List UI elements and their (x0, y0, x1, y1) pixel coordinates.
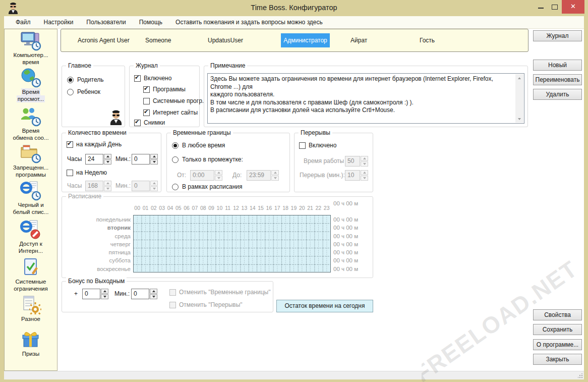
sidebar-item-prizes[interactable]: Призы (6, 330, 56, 357)
menu-settings[interactable]: Настройки (37, 16, 80, 28)
bonus-min-spinner[interactable]: 0 (131, 289, 157, 299)
group-note-title: Примечание (208, 62, 247, 69)
spin-down-icon[interactable] (150, 159, 158, 165)
journal-snapshots-checkbox[interactable] (134, 120, 141, 126)
user-item-selected[interactable]: Администратор (281, 33, 330, 47)
day-min-spinner[interactable]: 0 (132, 154, 158, 165)
spin-down-icon[interactable] (150, 294, 157, 299)
sidebar-item-label: Компьютер... (12, 51, 49, 59)
spin-up-icon[interactable] (150, 289, 157, 294)
sidebar-item-label: Доступ к (18, 240, 43, 247)
day-label-monday: понедельник (65, 215, 131, 224)
day-hours-value[interactable]: 24 (85, 154, 103, 165)
remaining-time-button[interactable]: Остаток времени на сегодня (276, 300, 373, 312)
scroll-up-icon[interactable] (515, 74, 523, 82)
resize-grip[interactable] (578, 373, 583, 378)
save-button[interactable]: Сохранить (533, 324, 582, 335)
child-radio[interactable] (67, 89, 74, 95)
sidebar-item-computer-time[interactable]: Компьютер... время (6, 31, 56, 66)
menu-feedback[interactable]: Оставить пожелания и задать вопросы можн… (169, 16, 329, 28)
user-item[interactable]: Гость (420, 29, 435, 51)
close-button[interactable]: ✕ (562, 0, 584, 14)
sidebar-item-internet-access[interactable]: Доступ к Интерн... (6, 220, 56, 254)
bonus-hours-spinner[interactable]: 0 (82, 289, 108, 299)
delete-button[interactable]: Удалить (533, 89, 582, 100)
sidebar-item-black-white-list[interactable]: Черный и белый спис... (6, 181, 56, 215)
globe-clock-icon (20, 68, 42, 88)
interval-radio[interactable] (172, 156, 179, 163)
user-item[interactable]: Айрат (350, 29, 367, 51)
about-button[interactable]: О программе... (533, 339, 582, 350)
menu-help[interactable]: Помощь (133, 16, 169, 28)
minimize-button[interactable] (534, 0, 548, 14)
breaks-enabled-checkbox[interactable] (299, 142, 306, 149)
menu-file[interactable]: Файл (9, 16, 37, 28)
user-item[interactable]: Acronis Agent User (78, 29, 130, 51)
cancel-limits-label: Отменить "Временные границы" (179, 289, 270, 296)
new-button[interactable]: Новый (533, 60, 582, 71)
spin-up-icon[interactable] (104, 154, 111, 159)
group-note: Примечание Здесь Вы можете задать ограни… (204, 66, 528, 127)
user-item[interactable]: Someone (145, 29, 171, 51)
week-hours-value: 168 (85, 181, 103, 191)
day-hours-label: Часы (67, 155, 82, 163)
sidebar-item-messaging-time[interactable]: Время обмена соо... (6, 106, 56, 141)
gift-icon (20, 330, 42, 350)
journal-programs-checkbox[interactable] (143, 86, 150, 93)
spin-down-icon[interactable] (101, 294, 108, 299)
spin-up-icon[interactable] (150, 154, 158, 159)
group-breaks-title: Перерывы (299, 129, 332, 136)
sidebar: Компьютер... время Время просмот... Врем… (4, 29, 57, 371)
bonus-min-value[interactable]: 0 (131, 289, 149, 299)
journal-sites-checkbox[interactable] (143, 110, 150, 116)
parent-radio[interactable] (67, 77, 74, 83)
sidebar-item-blocked-programs[interactable]: Запрещенн... программы (6, 143, 56, 178)
sidebar-item-browse-time[interactable]: Время просмот... (6, 68, 56, 102)
per-day-label: на каждый День (76, 141, 122, 148)
properties-button[interactable]: Свойства (533, 309, 582, 320)
work-time-spinner: 50 (345, 156, 368, 167)
note-scrollbar[interactable] (515, 74, 523, 123)
rename-button[interactable]: Переименовать (533, 74, 582, 85)
to-label: До: (232, 172, 242, 179)
scroll-down-icon[interactable] (515, 115, 523, 123)
day-min-label: Мин.: (115, 155, 131, 163)
spin-up-icon[interactable] (101, 289, 108, 294)
spin-up-icon (104, 181, 111, 186)
close-app-button[interactable]: Закрыть (533, 354, 582, 365)
day-label-sunday: воскресенье (65, 265, 131, 273)
day-min-value[interactable]: 0 (132, 154, 150, 165)
bonus-hours-value[interactable]: 0 (82, 289, 100, 299)
per-week-label: на Неделю (76, 169, 107, 177)
day-label-saturday: суббота (65, 256, 131, 264)
by-schedule-radio[interactable] (172, 184, 179, 190)
any-time-radio[interactable] (172, 142, 179, 149)
maximize-icon (552, 5, 558, 10)
week-hours-label: Часы (67, 182, 82, 190)
sidebar-item-misc[interactable]: Разное (6, 295, 56, 322)
group-time-amount: Количество времени на каждый День Часы 2… (62, 133, 161, 192)
note-textarea[interactable]: Здесь Вы можете задать ограничения по вр… (207, 73, 524, 124)
per-day-checkbox[interactable] (67, 141, 73, 148)
user-list-panel: Acronis Agent User Someone UpdatusUser А… (61, 29, 528, 52)
sidebar-item-system-restrictions[interactable]: Системные ограничения (6, 257, 56, 292)
app-window: Time Boss. Конфигуратор ✕ Файл Настройки… (0, 0, 588, 382)
day-label-thursday: четверг (65, 240, 131, 248)
user-item[interactable]: UpdatusUser (208, 29, 243, 51)
folder-clock-icon (20, 143, 42, 163)
journal-system-checkbox[interactable] (143, 98, 150, 104)
spin-down-icon[interactable] (104, 159, 111, 165)
menu-bar: Файл Настройки Пользователи Помощь Остав… (4, 16, 584, 29)
per-week-checkbox[interactable] (67, 170, 73, 176)
any-time-label: В любое время (182, 142, 225, 149)
journal-enabled-checkbox[interactable] (134, 75, 141, 82)
spin-up-icon (271, 170, 279, 175)
day-hours-spinner[interactable]: 24 (85, 154, 111, 165)
journal-button[interactable]: Журнал (533, 30, 582, 41)
maximize-button[interactable] (548, 0, 562, 14)
schedule-grid[interactable] (133, 215, 331, 272)
cancel-limits-checkbox (169, 289, 176, 296)
menu-users[interactable]: Пользователи (80, 16, 132, 28)
sidebar-item-label: программы (15, 171, 47, 178)
note-line: В том числе и для пользователя с правами… (210, 99, 513, 107)
